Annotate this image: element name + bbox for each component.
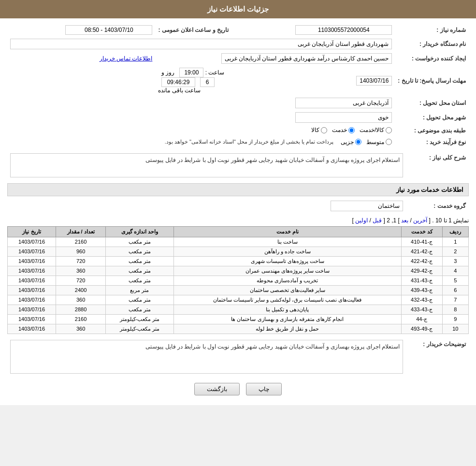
table-cell-qty: 2160 [56, 314, 106, 324]
buttons-row: چاپ بازگشت [7, 383, 469, 395]
table-cell-unit: متر مکعب [106, 237, 174, 247]
table-cell-unit: متر مکعب [106, 276, 174, 285]
col-service-name: نام خدمت [173, 226, 401, 237]
category-goods-service-label: کالا/خدمت [360, 127, 384, 133]
table-container: ردیف کد خدمت نام خدمت واحد اندازه گیری ت… [7, 226, 469, 334]
table-cell-unit: متر مکعب-کیلومتر [106, 324, 174, 334]
purchase-partial-label: جزیی [341, 139, 354, 146]
description-label: شرح کلی نیاز : [406, 151, 469, 179]
table-cell-unit: متر مکعب [106, 266, 174, 276]
purchase-type-value-cell: متوسط جزیی پرداخت تمام یا بخشی از مبلغ خ… [7, 137, 395, 147]
table-cell-row: 9 [442, 314, 468, 324]
table-cell-unit: متر مکعب-کیلومتر [106, 314, 174, 324]
table-cell-name: ساخت پروژه‌های تاسیسات شهری [173, 256, 401, 266]
prev-link[interactable]: قبل [373, 217, 382, 224]
table-cell-code: ج-43-432 [401, 295, 442, 305]
table-row: 5ج-43-431تخریب و آماده‌سازی محوطهمتر مکع… [8, 276, 469, 285]
category-goods-label: کالا [311, 127, 319, 133]
table-cell-qty: 360 [56, 324, 106, 334]
table-cell-row: 5 [442, 276, 468, 285]
purchase-type-label: نوع فرآیند خرید : [395, 137, 469, 147]
table-cell-code: ج-42-422 [401, 256, 442, 266]
category-service-label: خدمت [332, 127, 347, 133]
category-radio-group: کالا/خدمت خدمت کالا [311, 127, 392, 133]
table-cell-code: ج-43-431 [401, 276, 442, 285]
delivery-city-value: خوی [295, 112, 392, 123]
buyer-description-table: توضیحات خریدار : استعلام اجرای پروژه بهس… [7, 338, 469, 376]
category-value-cell: کالا/خدمت خدمت کالا [7, 125, 395, 137]
creator-contact-link[interactable]: اطلاعات تماس خریدار [100, 55, 153, 62]
table-row: 1ج-41-410ساخت بنامتر مکعب21601403/07/16 [8, 237, 469, 247]
table-cell-name: سایر فعالیت‌های تخصصی ساختمان [173, 285, 401, 295]
buyer-org-value-cell: شهرداری قطور استان آذربایجان غربی [7, 37, 395, 51]
delivery-city-value-cell: خوی [7, 110, 395, 125]
table-cell-code: ج-44 [401, 314, 442, 324]
creator-label: ایجاد کننده درخواست : [395, 51, 469, 66]
delivery-province-value: آذربایجان غربی [295, 98, 392, 108]
purchase-type-note: پرداخت تمام یا بخشی از مبلغ خریدار از مح… [165, 139, 334, 145]
creator-value: حسین احمدی کارشناس درآمد شهرداری قطور اس… [221, 53, 392, 64]
table-cell-unit: متر مکعب [106, 247, 174, 256]
back-button[interactable]: بازگشت [194, 383, 240, 395]
purchase-partial-item: جزیی [341, 139, 361, 146]
creator-link-cell: اطلاعات تماس خریدار [7, 51, 155, 66]
table-cell-date: 1403/07/16 [8, 256, 56, 266]
deadline-time-cell: ساعت : 19:00 روز و 6 09:46:29 ساعت باقی … [155, 66, 231, 96]
table-cell-code: ج-42-429 [401, 266, 442, 276]
table-row: 10ج-49-493حمل و نقل از طریق خط لولهمتر م… [8, 324, 469, 334]
table-cell-unit: متر مکعب [106, 305, 174, 314]
buyer-description-value-cell: استعلام اجرای پروژه بهسازی و آسفالت خیاب… [7, 338, 406, 376]
table-cell-row: 8 [442, 305, 468, 314]
table-cell-name: حمل و نقل از طریق خط لوله [173, 324, 401, 334]
deadline-remaining: 09:46:29 [161, 77, 195, 87]
table-cell-name: پایان‌دهی و تکمیل بنا [173, 305, 401, 314]
table-cell-row: 7 [442, 295, 468, 305]
col-need-date: تاریخ نیاز [8, 226, 56, 237]
service-group-row: گروه خدمت : ساختمان [7, 199, 469, 213]
purchase-medium-item: متوسط [366, 139, 392, 146]
pagination-row: نمایش 1 تا 10 . [ آخرین / بعد ] 1, 2 [ ق… [7, 217, 469, 224]
delivery-province-label: استان محل تحویل : [395, 96, 469, 110]
table-cell-qty: 720 [56, 276, 106, 285]
buyer-description-row: توضیحات خریدار : استعلام اجرای پروژه بهس… [7, 338, 469, 376]
table-cell-date: 1403/07/16 [8, 324, 56, 334]
col-quantity: تعداد / مقدار [56, 226, 106, 237]
print-button[interactable]: چاپ [246, 383, 282, 395]
table-cell-qty: 720 [56, 256, 106, 266]
purchase-type-container: متوسط جزیی پرداخت تمام یا بخشی از مبلغ خ… [10, 139, 392, 146]
purchase-partial-radio[interactable] [355, 139, 361, 145]
delivery-province-value-cell: آذربایجان غربی [7, 96, 395, 110]
table-cell-row: 2 [442, 247, 468, 256]
table-cell-row: 1 [442, 237, 468, 247]
table-row: 7ج-43-432فعالیت‌های نصب تاسیسات برق، لول… [8, 295, 469, 305]
table-cell-qty: 2880 [56, 305, 106, 314]
table-cell-name: انجام کارهای متفرقه بازسازی و بهسازی ساخ… [173, 314, 401, 324]
table-cell-date: 1403/07/16 [8, 295, 56, 305]
table-header-row: ردیف کد خدمت نام خدمت واحد اندازه گیری ت… [8, 226, 469, 237]
category-service-item: خدمت [332, 127, 355, 133]
table-cell-qty: 2160 [56, 237, 106, 247]
table-cell-date: 1403/07/16 [8, 285, 56, 295]
category-goods-service-radio[interactable] [386, 127, 392, 133]
category-goods-radio[interactable] [321, 127, 327, 133]
category-service-radio[interactable] [348, 127, 355, 133]
table-cell-date: 1403/07/16 [8, 276, 56, 285]
first-link[interactable]: اولین [355, 217, 368, 224]
table-cell-unit: متر مکعب [106, 256, 174, 266]
category-label: طبقه بندی موضوعی : [395, 125, 469, 137]
purchase-medium-radio[interactable] [386, 139, 392, 145]
announcement-value: 1403/07/10 - 08:50 [65, 25, 152, 35]
page-header: جزئیات اطلاعات نیاز [0, 0, 476, 18]
service-group-label: گروه خدمت : [406, 199, 469, 213]
table-cell-date: 1403/07/16 [8, 247, 56, 256]
table-cell-date: 1403/07/16 [8, 314, 56, 324]
next-link[interactable]: بعد [401, 217, 408, 224]
buyer-org-row: نام دستگاه خریدار : شهرداری قطور استان آ… [7, 37, 469, 51]
service-group-table: گروه خدمت : ساختمان [7, 199, 469, 213]
need-number-label: شماره نیاز : [395, 23, 469, 37]
deadline-row: مهلت ارسال پاسخ: تا تاریخ : 1403/07/16 س… [7, 66, 469, 96]
last-link[interactable]: آخرین [413, 217, 427, 224]
table-cell-row: 6 [442, 285, 468, 295]
table-cell-code: ج-49-493 [401, 324, 442, 334]
services-table-head: ردیف کد خدمت نام خدمت واحد اندازه گیری ت… [8, 226, 469, 237]
